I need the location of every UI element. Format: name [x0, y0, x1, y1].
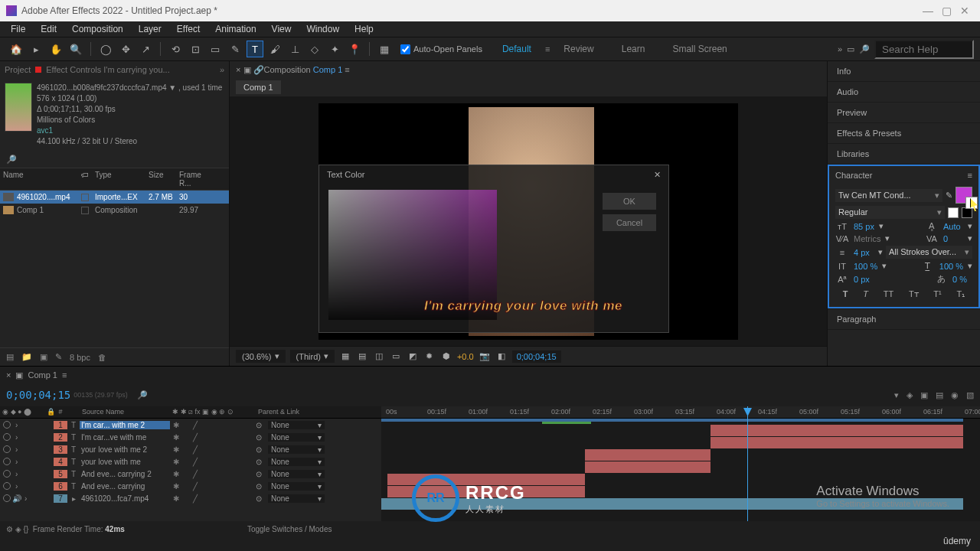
graph-icon[interactable]: ▧: [966, 390, 974, 400]
comp-tab[interactable]: Comp 1: [236, 80, 281, 94]
panel-info[interactable]: Info: [828, 61, 980, 82]
snapshot-icon[interactable]: 📷: [479, 351, 491, 361]
anchor-tool-icon[interactable]: ⊡: [187, 41, 204, 57]
timeline-layer-row[interactable]: › 3 T your love with me 2 ✱╱ ⊙None▾: [0, 443, 381, 455]
bold-icon[interactable]: T: [843, 289, 848, 299]
zoom-tool-icon[interactable]: 🔍: [67, 41, 84, 57]
panel-paragraph[interactable]: Paragraph: [828, 308, 980, 330]
menu-edit[interactable]: Edit: [33, 24, 64, 34]
adjust-icon[interactable]: ✎: [55, 352, 62, 362]
type-tool-icon[interactable]: T: [247, 41, 263, 57]
menu-window[interactable]: Window: [299, 24, 347, 34]
timeline-layer-row[interactable]: 🔊› 7 ▸ 4961020...fca7.mp4 ✱╱ ⊙None▾: [0, 492, 381, 504]
puppet-tool-icon[interactable]: 📍: [346, 41, 363, 57]
bpc-label[interactable]: 8 bpc: [70, 353, 90, 362]
orbit-tool-icon[interactable]: ◯: [97, 41, 114, 57]
modes-icon[interactable]: ◈: [15, 525, 21, 533]
stroke-mode-dropdown[interactable]: All Strokes Over...▾: [886, 246, 972, 259]
menu-composition[interactable]: Composition: [64, 24, 131, 34]
timeline-timecode[interactable]: 0;00;04;15: [6, 389, 70, 401]
allcaps-icon[interactable]: TT: [884, 289, 893, 299]
stroke-width-value[interactable]: 4 px: [854, 248, 874, 257]
eyedropper-icon[interactable]: ✎: [946, 191, 952, 201]
project-row[interactable]: Comp 1 Composition 29.97: [0, 204, 229, 217]
snap-icon[interactable]: ▦: [376, 41, 393, 57]
composition-viewer[interactable]: Text Color✕ OK Cancel I'm carrying your …: [230, 96, 827, 346]
transparency-icon[interactable]: ◩: [407, 351, 419, 361]
menu-view[interactable]: View: [264, 24, 299, 34]
new-folder-icon[interactable]: 📁: [21, 352, 32, 362]
minimize-button[interactable]: —: [919, 5, 937, 17]
dolly-tool-icon[interactable]: ↗: [137, 41, 154, 57]
renderer-icon[interactable]: ⬢: [440, 351, 452, 361]
workspace-review[interactable]: Review: [564, 44, 593, 54]
trash-icon[interactable]: 🗑: [98, 353, 106, 362]
panel-audio[interactable]: Audio: [828, 82, 980, 103]
edit-workspace-icon[interactable]: ▭: [847, 44, 854, 54]
panel-overflow-icon[interactable]: »: [220, 65, 224, 74]
toggle-switches-button[interactable]: Toggle Switches / Modes: [247, 525, 332, 533]
new-comp-icon[interactable]: ▣: [40, 352, 47, 362]
vscale-value[interactable]: 100 %: [854, 262, 877, 271]
tracking-value[interactable]: 0: [943, 234, 963, 243]
timeline-close-icon[interactable]: ×: [6, 370, 11, 380]
font-weight-dropdown[interactable]: Regular▾: [835, 206, 945, 219]
guides-icon[interactable]: ▤: [356, 351, 368, 361]
timeline-layer-row[interactable]: › 2 T I'm car...ve with me ✱╱ ⊙None▾: [0, 431, 381, 443]
clone-tool-icon[interactable]: ⊥: [286, 41, 303, 57]
switches-icon[interactable]: ⚙: [6, 525, 13, 533]
3d-icon[interactable]: ✹: [423, 351, 436, 361]
smallcaps-icon[interactable]: Tᴛ: [909, 289, 919, 299]
pan-tool-icon[interactable]: ✥: [117, 41, 134, 57]
eraser-tool-icon[interactable]: ◇: [306, 41, 323, 57]
workspace-default[interactable]: Default: [502, 44, 531, 54]
maximize-button[interactable]: ▢: [937, 5, 956, 17]
fill-color-swatch[interactable]: [956, 187, 972, 204]
comp-flow-icon[interactable]: ◈: [906, 390, 913, 400]
dialog-ok-button[interactable]: OK: [603, 193, 656, 210]
search-help-input[interactable]: [874, 40, 974, 59]
superscript-icon[interactable]: T¹: [933, 289, 941, 299]
resolution-dropdown[interactable]: (Third) ▾: [290, 350, 335, 363]
playhead[interactable]: [747, 406, 748, 521]
timeline-layer-row[interactable]: › 1 T I'm car... with me 2 ✱╱ ⊙None▾: [0, 419, 381, 431]
timeline-search[interactable]: 🔎: [137, 390, 148, 400]
timeline-layer-row[interactable]: › 4 T your love with me ✱╱ ⊙None▾: [0, 455, 381, 468]
panel-menu-icon[interactable]: ≡: [968, 171, 972, 180]
channel-icon[interactable]: ◧: [495, 351, 508, 361]
workspace-learn[interactable]: Learn: [622, 44, 645, 54]
zoom-dropdown[interactable]: (30.6%) ▾: [236, 350, 286, 363]
panel-libraries[interactable]: Libraries: [828, 144, 980, 165]
menu-file[interactable]: File: [3, 24, 33, 34]
timeline-layer-row[interactable]: › 6 T And eve... carrying ✱╱ ⊙None▾: [0, 480, 381, 492]
menu-layer[interactable]: Layer: [131, 24, 169, 34]
dialog-cancel-button[interactable]: Cancel: [603, 214, 656, 231]
leading-value[interactable]: Auto: [943, 222, 963, 231]
timeline-layer-row[interactable]: › 5 T And eve... carrying 2 ✱╱ ⊙None▾: [0, 468, 381, 480]
asset-thumbnail[interactable]: [5, 83, 32, 132]
panel-preview[interactable]: Preview: [828, 103, 980, 123]
selection-tool-icon[interactable]: ▸: [28, 41, 44, 57]
exposure-value[interactable]: +0.0: [457, 352, 474, 361]
rotate-tool-icon[interactable]: ⟲: [167, 41, 184, 57]
baseline-shift-value[interactable]: 0 px: [854, 275, 874, 284]
comp-name[interactable]: Comp 1: [313, 65, 343, 74]
dialog-close-icon[interactable]: ✕: [654, 170, 661, 180]
font-family-dropdown[interactable]: Tw Cen MT Cond...▾: [835, 189, 942, 202]
text-layer-caption[interactable]: I'm carrying your love with me: [424, 298, 622, 314]
grid-icon[interactable]: ▦: [339, 351, 351, 361]
kerning-value[interactable]: Metrics: [854, 234, 880, 243]
italic-icon[interactable]: T: [863, 289, 868, 299]
tab-project[interactable]: Project: [5, 65, 31, 74]
viewer-timecode[interactable]: 0;00;04;15: [512, 350, 561, 363]
home-icon[interactable]: 🏠: [8, 41, 24, 57]
workspace-small[interactable]: Small Screen: [672, 44, 727, 54]
mask-icon[interactable]: ◫: [373, 351, 385, 361]
timeline-comp-name[interactable]: Comp 1: [28, 370, 57, 380]
frame-blend-icon[interactable]: ▤: [936, 390, 943, 400]
project-row[interactable]: 4961020....mp4 Importe...EX 2.7 MB 30: [0, 191, 229, 204]
rect-tool-icon[interactable]: ▭: [207, 41, 224, 57]
menu-animation[interactable]: Animation: [207, 24, 263, 34]
menu-help[interactable]: Help: [347, 24, 381, 34]
workspace-overflow-icon[interactable]: »: [838, 44, 842, 54]
